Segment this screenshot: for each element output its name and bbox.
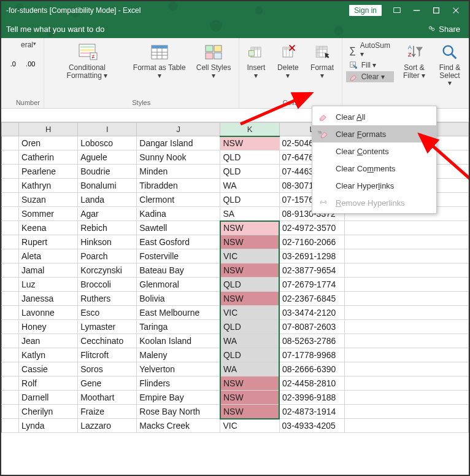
cell[interactable]: Rolf <box>19 377 78 391</box>
table-row[interactable]: LyndaLazzaroMacks CreekVIC03-4933-4205 <box>2 419 469 433</box>
column-header[interactable]: J <box>137 123 220 136</box>
decrease-decimal-button[interactable]: .00 <box>23 57 39 71</box>
cell[interactable] <box>2 292 19 306</box>
cell[interactable]: Dangar Island <box>137 136 220 150</box>
cell[interactable]: Sawtell <box>137 221 220 235</box>
number-format-dropdown[interactable]: eral <box>21 41 33 49</box>
cell[interactable]: Korczynski <box>78 263 137 278</box>
cell[interactable] <box>2 348 19 362</box>
format-as-table-button[interactable]: Format as Table ▾ <box>130 41 189 80</box>
minimize-icon[interactable] <box>412 6 421 15</box>
cell[interactable]: Fosterville <box>137 249 220 263</box>
cell[interactable]: Lobosco <box>78 136 137 150</box>
cell-styles-button[interactable]: Cell Styles ▾ <box>193 41 235 80</box>
cell[interactable]: QLD <box>220 150 279 165</box>
conditional-formatting-button[interactable]: ≠ Conditional Formatting ▾ <box>48 41 126 80</box>
cell[interactable]: Rose Bay North <box>137 405 220 419</box>
cell[interactable]: 03-2691-1298 <box>279 249 344 263</box>
cell[interactable] <box>2 306 19 320</box>
cell[interactable]: Macks Creek <box>137 419 220 433</box>
cell[interactable]: Pearlene <box>19 165 78 179</box>
format-button[interactable]: Format ▾ <box>307 41 338 80</box>
cell[interactable]: 02-3996-9188 <box>279 391 344 405</box>
cell[interactable]: NSW <box>220 221 279 235</box>
cell[interactable] <box>344 362 468 377</box>
cell[interactable] <box>2 249 19 263</box>
cell[interactable]: Broccoli <box>78 278 137 292</box>
cell[interactable] <box>344 391 468 405</box>
cell[interactable]: Janessa <box>19 292 78 306</box>
cell[interactable] <box>2 193 19 207</box>
cell[interactable]: 02-4458-2810 <box>279 377 344 391</box>
cell[interactable]: QLD <box>220 278 279 292</box>
cell[interactable]: Darnell <box>19 391 78 405</box>
cell[interactable]: Taringa <box>137 320 220 334</box>
clear-button[interactable]: Clear ▾ <box>346 71 394 82</box>
cell[interactable]: NSW <box>220 235 279 249</box>
cell[interactable]: Soros <box>78 362 137 377</box>
cell[interactable]: WA <box>220 362 279 377</box>
delete-button[interactable]: Delete ▾ <box>273 41 302 80</box>
cell[interactable]: Aguele <box>78 150 137 165</box>
cell[interactable] <box>2 405 19 419</box>
cell[interactable]: SA <box>220 207 279 221</box>
cell[interactable]: NSW <box>220 136 279 150</box>
cell[interactable]: Keena <box>19 221 78 235</box>
cell[interactable]: VIC <box>220 306 279 320</box>
table-row[interactable]: RolfGeneFlindersNSW02-4458-2810 <box>2 377 469 391</box>
cell[interactable]: Tibradden <box>137 179 220 193</box>
cell[interactable]: Flinders <box>137 377 220 391</box>
find-select-button[interactable]: Find & Select ▾ <box>434 41 465 88</box>
cell[interactable]: Kadina <box>137 207 220 221</box>
cell[interactable]: Luz <box>19 278 78 292</box>
cell[interactable]: NSW <box>220 292 279 306</box>
autosum-button[interactable]: ∑ AutoSum ▾ <box>346 41 394 59</box>
clear-all-item[interactable]: Clear All <box>312 108 436 125</box>
cell[interactable] <box>2 263 19 278</box>
cell[interactable] <box>344 320 468 334</box>
cell[interactable]: Lavonne <box>19 306 78 320</box>
clear-hyperlinks-item[interactable]: Clear Hyperlinks <box>312 177 436 194</box>
signin-button[interactable]: Sign in <box>349 5 382 16</box>
table-row[interactable]: JamalKorczynskiBateau BayNSW02-3877-9654 <box>2 263 469 278</box>
fill-button[interactable]: Fill ▾ <box>346 60 394 71</box>
cell[interactable]: Koolan Island <box>137 334 220 348</box>
cell[interactable]: Suzan <box>19 193 78 207</box>
sort-filter-button[interactable]: AZ Sort & Filter ▾ <box>400 41 428 80</box>
insert-button[interactable]: Insert ▾ <box>243 41 270 80</box>
ribbon-options-icon[interactable] <box>393 6 401 15</box>
cell[interactable]: Jean <box>19 334 78 348</box>
cell[interactable]: Aleta <box>19 249 78 263</box>
cell[interactable] <box>344 405 468 419</box>
cell[interactable]: Empire Bay <box>137 391 220 405</box>
cell[interactable]: QLD <box>220 320 279 334</box>
table-row[interactable]: CassieSorosYelvertonWA08-2666-6390 <box>2 362 469 377</box>
table-row[interactable]: JanessaRuthersBoliviaNSW02-2367-6845 <box>2 292 469 306</box>
tell-me-bar[interactable]: Tell me what you want to do Share <box>1 20 469 38</box>
clear-formats-item[interactable]: % Clear Formats <box>312 125 436 142</box>
cell[interactable] <box>344 292 468 306</box>
table-row[interactable]: LavonneEscoEast MelbourneVIC03-3474-2120 <box>2 306 469 320</box>
cell[interactable] <box>2 362 19 377</box>
cell[interactable] <box>344 235 468 249</box>
table-row[interactable]: HoneyLymasterTaringaQLD07-8087-2603 <box>2 320 469 334</box>
cell[interactable]: Cherilyn <box>19 405 78 419</box>
cell[interactable]: QLD <box>220 348 279 362</box>
cell[interactable]: Bolivia <box>137 292 220 306</box>
table-row[interactable]: DarnellMoothartEmpire BayNSW02-3996-9188 <box>2 391 469 405</box>
cell[interactable] <box>344 306 468 320</box>
cell[interactable]: Jamal <box>19 263 78 278</box>
cell[interactable]: Esco <box>78 306 137 320</box>
cell[interactable] <box>344 377 468 391</box>
cell[interactable]: WA <box>220 334 279 348</box>
cell[interactable] <box>2 136 19 150</box>
cell[interactable] <box>344 278 468 292</box>
table-row[interactable]: JeanCecchinatoKoolan IslandWA08-5263-278… <box>2 334 469 348</box>
maximize-icon[interactable] <box>432 6 441 15</box>
cell[interactable]: Lynda <box>19 419 78 433</box>
table-row[interactable]: KeenaRebichSawtellNSW02-4972-3570 <box>2 221 469 235</box>
cell[interactable]: East Gosford <box>137 235 220 249</box>
cell[interactable]: Hinkson <box>78 235 137 249</box>
column-header[interactable]: H <box>19 123 78 136</box>
cell[interactable]: 03-4933-4205 <box>279 419 344 433</box>
